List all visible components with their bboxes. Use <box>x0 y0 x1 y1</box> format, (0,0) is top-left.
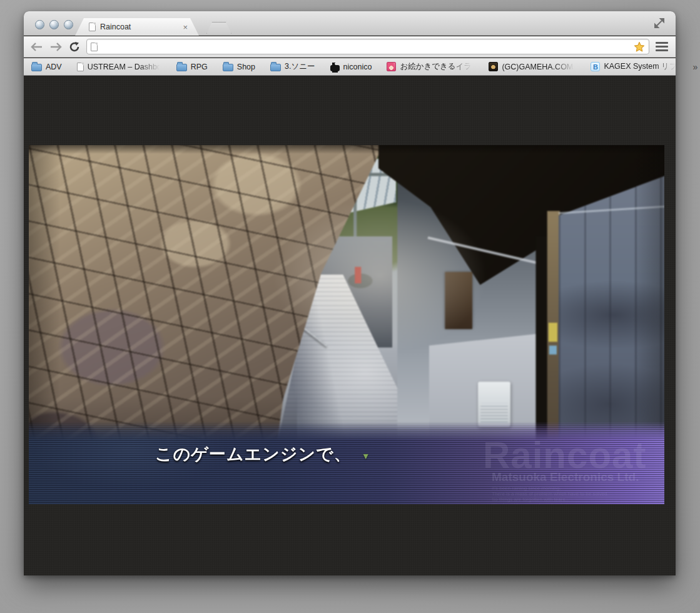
bookmark-label: お絵かきできるイラス <box>400 61 474 72</box>
bookmark-gameha[interactable]: (GC)GAMEHA.COM – <box>489 62 576 71</box>
dark-avatar-icon <box>489 62 498 71</box>
watermark-tagline: So things are forgotten with tears... <box>492 497 662 502</box>
folder-icon <box>31 64 42 71</box>
bookmark-label: 3.ソニー <box>285 61 315 72</box>
advance-cursor-icon[interactable]: ▼ <box>362 447 370 461</box>
bookmark-label: RPG <box>191 63 208 71</box>
scene-sunlight-glow <box>243 178 516 375</box>
forward-button[interactable] <box>49 40 63 54</box>
bookmark-adv[interactable]: ADV <box>31 63 62 71</box>
bookmarks-bar: ADV USTREAM – Dashboa RPG Shop 3.ソニー nic… <box>24 58 676 76</box>
watermark-tagline: We should have good weather tomorrow. <box>492 502 662 504</box>
pink-avatar-icon <box>387 62 396 71</box>
bookmark-label: niconico <box>343 63 372 71</box>
folder-icon <box>223 64 233 71</box>
bookmark-shop[interactable]: Shop <box>223 63 255 71</box>
dialogue-box[interactable]: このゲームエンジンで、 ▼ Raincoat Matsuoka Electron… <box>29 422 664 504</box>
engine-watermark: Raincoat Matsuoka Electronics Ltd. It's … <box>483 437 662 504</box>
chrome-menu-icon[interactable] <box>654 41 669 53</box>
bookmarks-overflow-chevron-icon[interactable]: » <box>692 62 697 72</box>
window-titlebar[interactable]: Raincoat × <box>24 11 676 36</box>
dialogue-text: このゲームエンジンで、 <box>155 443 352 465</box>
url-page-icon <box>91 43 98 51</box>
bookmark-label: (GC)GAMEHA.COM – <box>502 63 576 71</box>
bookmark-oekaki[interactable]: お絵かきできるイラス <box>387 61 474 72</box>
dialogue-line: このゲームエンジンで、 ▼ <box>155 443 370 465</box>
tv-icon <box>330 65 340 71</box>
watermark-tagline: There is a mass of problem which have to… <box>492 491 662 497</box>
bookmark-label: USTREAM – Dashboa <box>88 63 161 71</box>
address-bar[interactable] <box>86 39 649 54</box>
letter-b-icon: B <box>591 62 600 71</box>
bookmark-label: ADV <box>46 63 62 71</box>
expand-window-icon[interactable] <box>653 17 666 29</box>
new-tab-button[interactable] <box>206 22 231 34</box>
browser-window: Raincoat × <box>24 11 676 575</box>
url-input[interactable] <box>101 42 630 51</box>
page-background: このゲームエンジンで、 ▼ Raincoat Matsuoka Electron… <box>24 76 676 575</box>
page-icon <box>77 63 84 71</box>
bookmark-star-icon[interactable] <box>634 41 645 53</box>
tab-favicon-page-icon <box>89 23 96 31</box>
scene-blue-sticker <box>549 345 557 354</box>
watermark-logo: Raincoat <box>483 437 662 474</box>
bookmark-label: Shop <box>237 63 255 71</box>
folder-icon <box>176 64 187 71</box>
zoom-window-button[interactable] <box>64 20 73 29</box>
tab-raincoat[interactable]: Raincoat × <box>75 18 199 36</box>
watermark-company: Matsuoka Electronics Ltd. <box>492 470 662 484</box>
bookmark-label: KAGEX System リファ <box>604 61 677 72</box>
navigation-toolbar <box>24 36 676 58</box>
bookmark-niconico[interactable]: niconico <box>330 63 372 71</box>
tab-close-icon[interactable]: × <box>183 23 188 31</box>
minimize-window-button[interactable] <box>49 20 59 29</box>
watermark-tagline: It's been raining since morning. <box>492 485 662 491</box>
game-viewport[interactable]: このゲームエンジンで、 ▼ Raincoat Matsuoka Electron… <box>29 145 664 504</box>
scene-yellow-sticker <box>549 323 557 342</box>
folder-icon <box>270 64 281 71</box>
bookmark-sony[interactable]: 3.ソニー <box>270 61 315 72</box>
bookmark-kagex[interactable]: B KAGEX System リファ <box>591 61 677 72</box>
reload-button[interactable] <box>68 40 81 54</box>
bookmark-rpg[interactable]: RPG <box>176 63 208 71</box>
back-button[interactable] <box>30 40 44 54</box>
window-controls <box>35 20 73 29</box>
scene-ac-unit <box>478 382 510 427</box>
tab-title: Raincoat <box>100 23 178 31</box>
bookmark-ustream[interactable]: USTREAM – Dashboa <box>77 63 161 71</box>
close-window-button[interactable] <box>35 20 44 29</box>
